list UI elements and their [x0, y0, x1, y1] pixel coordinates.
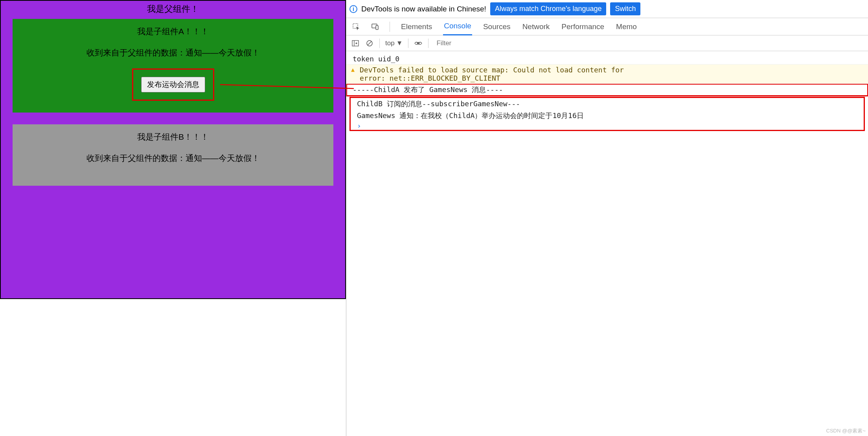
child-a-title: 我是子组件A！！！	[17, 26, 329, 37]
app-pane: 我是父组件！ 我是子组件A！！！ 收到来自于父组件的数据：通知——今天放假！ 发…	[0, 0, 346, 299]
tab-network[interactable]: Network	[522, 18, 551, 35]
tab-elements[interactable]: Elements	[400, 18, 433, 35]
child-a-received: 收到来自于父组件的数据：通知——今天放假！	[17, 47, 329, 58]
log-line: GamesNews 通知：在我校（ChildA）举办运动会的时间定于10月16日	[351, 110, 864, 122]
log-line: token uid_0	[346, 54, 868, 65]
devtools-tabs: Elements Console Sources Network Perform…	[346, 18, 868, 35]
child-a-box: 我是子组件A！！！ 收到来自于父组件的数据：通知——今天放假！ 发布运动会消息	[13, 19, 333, 113]
banner-text: DevTools is now available in Chinese!	[361, 5, 486, 13]
child-b-title: 我是子组件B！！！	[17, 131, 329, 142]
separator	[390, 22, 390, 32]
svg-line-6	[368, 41, 371, 45]
publish-button-highlight: 发布运动会消息	[132, 68, 214, 101]
context-selector[interactable]: top ▼	[385, 39, 403, 47]
separator	[379, 39, 380, 48]
separator	[428, 39, 428, 48]
tab-console[interactable]: Console	[443, 18, 472, 35]
live-expression-icon[interactable]	[414, 39, 423, 48]
watermark: CSDN @@素素~	[826, 427, 866, 434]
devtools-pane: i DevTools is now available in Chinese! …	[346, 0, 868, 436]
inspect-icon[interactable]	[352, 22, 360, 31]
log-highlight-2: ChildB 订阅的消息--subscriberGamesNew--- Game…	[349, 97, 865, 131]
log-line: ChildB 订阅的消息--subscriberGamesNew---	[351, 98, 864, 110]
sidebar-toggle-icon[interactable]	[351, 39, 360, 48]
separator	[408, 39, 408, 48]
context-label: top	[385, 39, 395, 47]
tab-memory[interactable]: Memo	[615, 18, 638, 35]
log-warning: DevTools failed to load source map: Coul…	[346, 65, 868, 84]
tab-sources[interactable]: Sources	[482, 18, 511, 35]
info-icon: i	[349, 5, 357, 13]
console-filterbar: top ▼	[346, 35, 868, 51]
log-highlight-1: -----ChildA 发布了 GamesNews 消息----	[346, 84, 868, 96]
filter-input[interactable]	[434, 38, 863, 49]
publish-button[interactable]: 发布运动会消息	[141, 77, 205, 92]
child-b-box: 我是子组件B！！！ 收到来自于父组件的数据：通知——今天放假！	[13, 124, 333, 186]
match-language-button[interactable]: Always match Chrome's language	[490, 2, 607, 15]
svg-rect-2	[376, 26, 378, 30]
parent-title: 我是父组件！	[1, 1, 345, 19]
switch-language-button[interactable]: Switch	[610, 2, 640, 15]
child-b-received: 收到来自于父组件的数据：通知——今天放假！	[17, 153, 329, 164]
chevron-down-icon: ▼	[396, 39, 403, 47]
devtools-banner: i DevTools is now available in Chinese! …	[346, 0, 868, 18]
clear-console-icon[interactable]	[365, 39, 374, 48]
console-output: token uid_0 DevTools failed to load sour…	[346, 51, 868, 436]
device-toolbar-icon[interactable]	[371, 22, 379, 31]
console-prompt[interactable]: ›	[351, 122, 864, 130]
tab-performance[interactable]: Performance	[561, 18, 605, 35]
